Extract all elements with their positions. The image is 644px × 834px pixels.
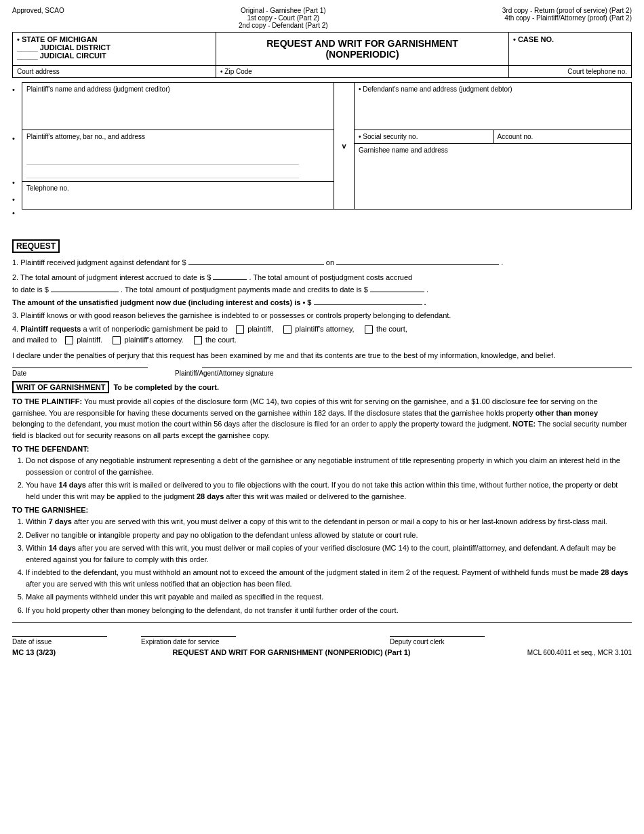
v-separator: v: [334, 83, 355, 209]
mail-court-checkbox[interactable]: [194, 336, 202, 344]
case-no-box: • CASE NO.: [509, 33, 631, 65]
footer-row: Date of issue Expiration date for servic…: [12, 622, 632, 646]
unsatisfied-judgment-field[interactable]: [314, 296, 422, 305]
declaration-text: I declare under the penalties of perjury…: [12, 350, 632, 361]
court-address: Court address: [13, 66, 216, 77]
writ-subtitle: To be completed by the court.: [113, 383, 219, 391]
account-box: Account no.: [494, 130, 632, 143]
plaintiff-checkbox[interactable]: [236, 325, 244, 334]
plaintiff-note-bold: NOTE:: [512, 420, 536, 428]
request-section: REQUEST 1. Plaintiff received judgment a…: [12, 239, 632, 361]
sig-label: Plaintiff/Agent/Attorney signature: [175, 370, 632, 377]
garnishee-box: Garnishee name and address: [355, 144, 631, 184]
parties-section: Plaintiff's name and address (judgment c…: [22, 82, 632, 210]
deputy-block: Deputy court clerk: [383, 626, 632, 646]
ssn-box: • Social security no.: [355, 130, 494, 143]
plaintiff-bullet: •: [12, 83, 22, 132]
form-title: REQUEST AND WRIT FOR GARNISHMENT (NONPER…: [216, 33, 509, 65]
defendant-label: Defendant's name and address (judgment d…: [363, 85, 512, 93]
sig-block: Plaintiff/Agent/Attorney signature: [175, 366, 632, 377]
writ-title: WRIT OF GARNISHMENT: [12, 381, 109, 393]
garnishee-heading: TO THE GARNISHEE:: [12, 506, 632, 514]
copy-info-right: 3rd copy - Return (proof of service) (Pa…: [502, 7, 632, 22]
defendant-box: • Defendant's name and address (judgment…: [355, 83, 631, 130]
plaintiff-other-than-money: other than money: [536, 409, 598, 417]
judgment-date-field[interactable]: [336, 256, 499, 265]
defendant-bullet: •: [359, 85, 361, 93]
garnishee-list: Within 7 days after you are served with …: [12, 516, 632, 616]
plaintiff-label: Plaintiff's name and address (judgment c…: [26, 85, 170, 93]
state-label: STATE OF MICHIGAN: [22, 35, 97, 43]
judgment-amount-field[interactable]: [188, 256, 324, 265]
defendant-list: Do not dispose of any negotiable instrum…: [12, 455, 632, 502]
list-item: If you hold property other than money be…: [26, 605, 632, 616]
plaintiff-heading: TO THE PLAINTIFF:: [12, 397, 82, 405]
parties-grid: Plaintiff's name and address (judgment c…: [22, 82, 632, 235]
request-item-2: 2. The total amount of judgment interest…: [12, 271, 632, 309]
page: Approved, SCAO Original - Garnishee (Par…: [0, 0, 644, 834]
telephone-bullet: •: [12, 207, 22, 235]
request-item-3: 3. Plaintiff knows or with good reason b…: [12, 310, 632, 321]
court-info-left: • STATE OF MICHIGAN _____ JUDICIAL DISTR…: [13, 33, 216, 65]
list-item: Make all payments withheld under this wr…: [26, 591, 632, 603]
expiration-line: [141, 626, 236, 637]
date-of-issue-label: Date of issue: [12, 638, 134, 646]
copy-info: Original - Garnishee (Part 1) 1st copy -…: [239, 7, 328, 29]
parties-outer: • • • • • Plaintiff's name and address (…: [12, 82, 632, 235]
request-item-4: 4. Plaintiff requests a writ of nonperio…: [12, 323, 632, 346]
ssn-bullet: •: [359, 133, 361, 140]
address-row: Court address • Zip Code Court telephone…: [12, 66, 632, 78]
writ-section: WRIT OF GARNISHMENT To be completed by t…: [12, 381, 632, 616]
deputy-label: Deputy court clerk: [390, 638, 632, 646]
attorney-bullet3: •: [12, 193, 22, 207]
list-item: Deliver no tangible or intangible proper…: [26, 530, 632, 541]
list-item: If indebted to the defendant, you must w…: [26, 567, 632, 589]
ssn-account-row: • Social security no. Account no.: [355, 130, 631, 144]
footer-bottom: MC 13 (3/23) REQUEST AND WRIT FOR GARNIS…: [12, 648, 632, 656]
expiration-label: Expiration date for service: [141, 638, 383, 646]
interest-amount-field[interactable]: [213, 271, 247, 280]
payments-field[interactable]: [370, 283, 424, 292]
writ-title-row: WRIT OF GARNISHMENT To be completed by t…: [12, 381, 632, 393]
request-item-1: 1. Plaintiff received judgment against d…: [12, 256, 632, 269]
form-title-footer: REQUEST AND WRIT FOR GARNISHMENT (NONPER…: [56, 648, 527, 656]
signature-row: Date Plaintiff/Agent/Attorney signature: [12, 366, 632, 377]
judicial-circuit-label: _____ JUDICIAL CIRCUIT: [17, 52, 106, 60]
mail-plaintiff-checkbox[interactable]: [65, 336, 73, 344]
zip-code: • Zip Code: [216, 66, 509, 77]
zip-label: Zip Code: [224, 68, 252, 75]
parties-right: • Defendant's name and address (judgment…: [355, 83, 631, 209]
list-item: You have 14 days after this writ is mail…: [26, 479, 632, 502]
telephone-label: Telephone no.: [26, 184, 69, 192]
plaintiff-box: Plaintiff's name and address (judgment c…: [22, 83, 334, 130]
date-of-issue-line: [12, 626, 107, 637]
garnishee-label: Garnishee name and address: [359, 146, 448, 154]
ssn-label: Social security no.: [363, 133, 418, 140]
expiration-block: Expiration date for service: [134, 626, 383, 646]
case-bullet: •: [513, 35, 516, 43]
attorney-bullet1: •: [12, 132, 22, 176]
v-label: v: [342, 142, 346, 150]
mcl-reference: MCL 600.4011 et seq., MCR 3.101: [527, 649, 632, 656]
approved-scao: Approved, SCAO: [12, 7, 64, 14]
deputy-line: [390, 626, 485, 637]
date-block: Date: [12, 366, 148, 377]
attorney-label: Plaintiff's attorney, bar no., and addre…: [26, 133, 145, 140]
attorney-box: Plaintiff's attorney, bar no., and addre…: [22, 130, 334, 182]
list-item: Within 7 days after you are served with …: [26, 516, 632, 528]
case-label: CASE NO.: [518, 35, 554, 43]
court-checkbox[interactable]: [365, 325, 373, 334]
attorney-checkbox[interactable]: [283, 325, 291, 334]
plaintiff-text-1: You must provide all copies of the discl…: [12, 397, 598, 417]
sig-line: [202, 366, 632, 368]
date-of-issue-block: Date of issue: [12, 626, 134, 646]
parties-left: Plaintiff's name and address (judgment c…: [22, 83, 334, 209]
telephone-box: Telephone no.: [22, 182, 334, 209]
zip-bullet: •: [220, 68, 223, 75]
defendant-heading: TO THE DEFENDANT:: [12, 445, 632, 453]
list-item: Within 14 days after you are served with…: [26, 542, 632, 565]
court-bullet: •: [17, 35, 20, 43]
mail-attorney-checkbox[interactable]: [113, 336, 121, 344]
outer-bullets: • • • • •: [12, 82, 22, 235]
costs-field[interactable]: [51, 283, 119, 292]
